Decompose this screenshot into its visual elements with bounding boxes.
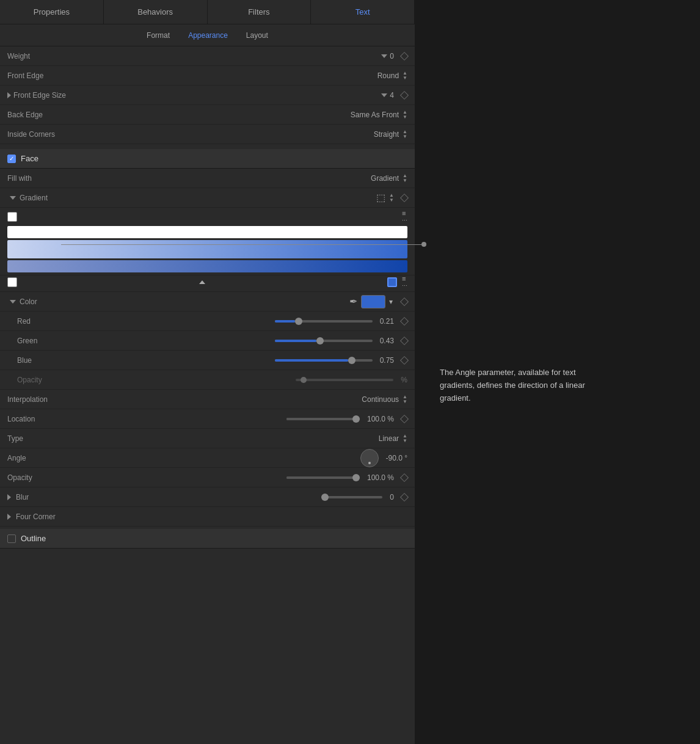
color-opacity-row: Opacity % — [0, 370, 415, 390]
weight-slider-thumb[interactable] — [381, 54, 387, 58]
blur-slider-thumb[interactable] — [321, 494, 329, 501]
inside-corners-stepper[interactable]: ▲ ▼ — [403, 129, 407, 139]
gradient-list-icons: ≡ ⋯ — [402, 210, 407, 224]
green-value: 0.43 — [81, 337, 407, 345]
list-icon-1[interactable]: ≡ — [402, 210, 407, 217]
blue-slider-fill — [275, 359, 348, 362]
four-corner-expand[interactable] — [7, 514, 11, 520]
gradient-opacity-row: Opacity 100.0 % — [0, 468, 415, 487]
blur-row: Blur 0 — [0, 487, 415, 507]
subtab-layout[interactable]: Layout — [246, 31, 268, 40]
green-slider-track[interactable] — [275, 340, 373, 342]
green-row: Green 0.43 — [0, 331, 415, 351]
type-value[interactable]: Linear ▲ ▼ — [81, 434, 407, 443]
blur-expand[interactable] — [7, 494, 11, 500]
green-slider-thumb[interactable] — [316, 337, 324, 345]
blur-keyframe[interactable] — [400, 492, 409, 501]
angle-value: -90.0 ° — [81, 449, 407, 467]
location-keyframe[interactable] — [400, 414, 409, 423]
front-edge-size-expand[interactable] — [7, 92, 11, 98]
gradient-opacity-slider-thumb[interactable] — [352, 474, 360, 481]
gradient-bar-dark-blue — [7, 260, 407, 272]
weight-keyframe[interactable] — [400, 51, 409, 60]
gradient-midpoint[interactable] — [199, 280, 205, 284]
gradient-opacity-slider-track[interactable] — [286, 476, 360, 479]
type-stepper[interactable]: ▲ ▼ — [403, 434, 407, 443]
red-label: Red — [7, 317, 81, 326]
gradient-opacity-label: Opacity — [7, 473, 81, 482]
front-edge-stepper[interactable]: ▲ ▼ — [403, 71, 407, 81]
gradient-copy-icon[interactable]: ⬚ — [376, 192, 385, 203]
location-slider-track[interactable] — [286, 418, 360, 420]
blue-keyframe[interactable] — [400, 356, 409, 364]
color-stop-left-bottom[interactable] — [7, 277, 17, 287]
main-tabs: Properties Behaviors Filters Text — [0, 0, 415, 24]
blue-slider-thumb[interactable] — [348, 357, 355, 364]
tab-properties[interactable]: Properties — [0, 0, 104, 24]
front-edge-size-value: 4 — [87, 91, 407, 100]
color-expand[interactable] — [10, 300, 16, 304]
subtab-format[interactable]: Format — [147, 31, 170, 40]
red-slider-track[interactable] — [275, 320, 373, 323]
back-edge-stepper[interactable]: ▲ ▼ — [403, 110, 407, 120]
blue-slider-track[interactable] — [275, 359, 373, 362]
angle-dial[interactable] — [360, 449, 379, 467]
fill-with-row: Fill with Gradient ▲ ▼ — [0, 169, 415, 188]
tab-text[interactable]: Text — [311, 0, 415, 24]
location-slider-thumb[interactable] — [352, 415, 360, 423]
angle-label: Angle — [7, 454, 81, 462]
dropper-icon[interactable]: ✒ — [349, 296, 357, 307]
location-label: Location — [7, 415, 81, 423]
list-icon-2[interactable]: ⋯ — [402, 218, 407, 224]
color-preview[interactable] — [361, 295, 385, 308]
four-corner-label: Four Corner — [16, 512, 89, 521]
tab-behaviors[interactable]: Behaviors — [104, 0, 208, 24]
gradient-keyframe[interactable] — [400, 193, 409, 202]
red-keyframe[interactable] — [400, 316, 409, 325]
interpolation-stepper[interactable]: ▲ ▼ — [403, 395, 407, 404]
face-section-header[interactable]: ✓ Face — [0, 149, 415, 169]
outline-section-header[interactable]: Outline — [0, 529, 415, 549]
green-keyframe[interactable] — [400, 336, 409, 345]
interpolation-label: Interpolation — [7, 395, 81, 404]
gradient-opacity-fill — [286, 476, 360, 479]
gradient-stepper[interactable]: ▲ ▼ — [389, 193, 394, 203]
annotation-dot — [421, 242, 426, 247]
gradient-list-icons-bottom: ≡ ⋯ — [402, 275, 407, 289]
list-icon-3[interactable]: ≡ — [402, 275, 407, 282]
opacity-slider-track — [296, 379, 393, 381]
color-opacity-value: % — [81, 376, 407, 384]
tab-filters[interactable]: Filters — [208, 0, 312, 24]
fill-with-value[interactable]: Gradient ▲ ▼ — [81, 173, 407, 183]
list-icon-4[interactable]: ⋯ — [402, 283, 407, 289]
gradient-expand[interactable] — [10, 196, 16, 200]
gradient-opacity-keyframe[interactable] — [400, 473, 409, 481]
red-slider-thumb[interactable] — [295, 318, 302, 325]
fill-with-stepper[interactable]: ▲ ▼ — [403, 173, 407, 183]
weight-row: Weight 0 — [0, 46, 415, 66]
front-edge-label: Front Edge — [7, 71, 81, 80]
front-edge-size-keyframe[interactable] — [400, 90, 409, 99]
blur-label: Blur — [16, 493, 89, 501]
back-edge-row: Back Edge Same As Front ▲ ▼ — [0, 105, 415, 125]
color-stop-top-row: ≡ ⋯ — [0, 208, 415, 224]
blur-slider-track[interactable] — [321, 496, 382, 498]
opacity-slider-thumb — [301, 377, 307, 383]
outline-label: Outline — [21, 534, 46, 543]
annotation-area: The Angle parameter, available for text … — [415, 0, 700, 744]
outline-checkbox[interactable] — [7, 534, 16, 543]
interpolation-value[interactable]: Continuous ▲ ▼ — [81, 395, 407, 404]
gradient-bar-blue[interactable] — [7, 240, 407, 258]
annotation-container: The Angle parameter, available for text … — [440, 367, 611, 404]
color-dropdown-arrow[interactable]: ▾ — [389, 297, 393, 306]
front-edge-size-slider[interactable] — [381, 93, 387, 97]
four-corner-row: Four Corner — [0, 507, 415, 527]
color-stop-white[interactable] — [7, 212, 17, 222]
sub-tabs: Format Appearance Layout — [0, 24, 415, 46]
color-stop-right-bottom[interactable] — [387, 277, 397, 287]
color-keyframe[interactable] — [400, 297, 409, 305]
subtab-appearance[interactable]: Appearance — [188, 31, 228, 40]
type-row: Type Linear ▲ ▼ — [0, 429, 415, 448]
face-checkbox[interactable]: ✓ — [7, 155, 16, 163]
back-edge-value: Same As Front ▲ ▼ — [81, 110, 407, 120]
